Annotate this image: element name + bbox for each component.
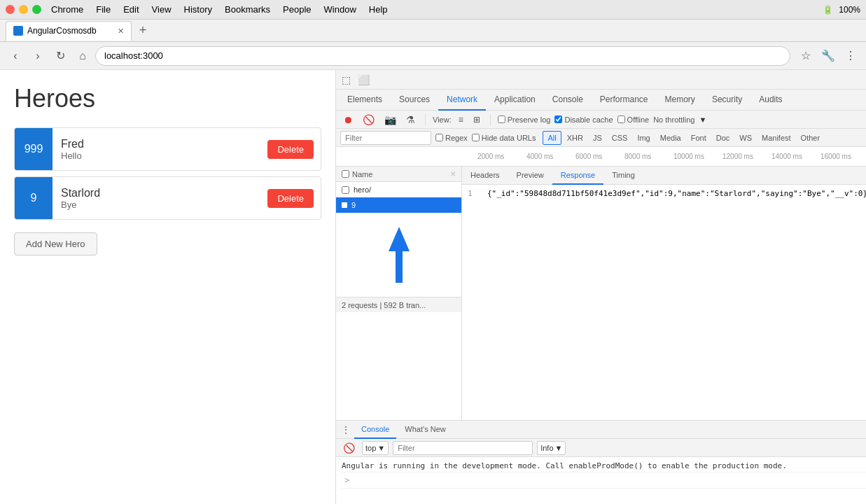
tab-audits[interactable]: Audits [750,90,790,111]
back-button[interactable]: ‹ [6,46,25,66]
home-button[interactable]: ⌂ [73,46,92,66]
delete-button-starlord[interactable]: Delete [267,189,314,208]
network-status-text: 2 requests | 592 B tran... [342,301,426,309]
tab-close-button[interactable]: ✕ [118,27,124,36]
detail-tab-headers[interactable]: Headers [462,167,508,185]
type-all[interactable]: All [543,131,561,145]
preserve-log-checkbox[interactable] [498,115,505,123]
regex-label[interactable]: Regex [435,134,468,142]
browser-tab[interactable]: AngularCosmosdb ✕ [6,21,132,41]
item-checkbox-hero[interactable] [342,186,349,194]
menu-people[interactable]: People [283,4,311,15]
menu-bookmarks[interactable]: Bookmarks [225,4,270,15]
type-xhr[interactable]: XHR [563,131,587,145]
type-doc[interactable]: Doc [712,131,734,145]
console-tab-console[interactable]: Console [354,421,396,439]
menu-edit[interactable]: Edit [123,4,139,15]
menu-help[interactable]: Help [369,4,388,15]
console-tab-whats-new[interactable]: What's New [398,421,452,439]
network-item-9[interactable]: 9 [336,197,461,213]
reload-button[interactable]: ↻ [50,46,70,66]
type-manifest[interactable]: Manifest [757,131,795,145]
disable-cache-text: Disable cache [564,115,613,124]
hide-data-urls-checkbox[interactable] [472,134,480,141]
regex-text: Regex [445,134,468,142]
tab-performance[interactable]: Performance [592,90,657,111]
type-font[interactable]: Font [687,131,711,145]
record-button[interactable]: ⏺ [340,113,356,127]
window-controls[interactable] [6,5,41,14]
clear-button[interactable]: 🚫 [360,113,377,127]
item-name-9: 9 [351,201,356,209]
menu-window[interactable]: Window [324,4,356,15]
devtools-dock-icon[interactable]: ⬚ [339,73,354,87]
tab-memory[interactable]: Memory [657,90,704,111]
menu-view[interactable]: View [152,4,172,15]
timeline-area: 2000 ms 4000 ms 6000 ms 8000 ms 10000 ms… [336,147,866,167]
menu-history[interactable]: History [184,4,212,15]
minimize-button[interactable] [19,5,28,14]
console-clear-icon[interactable]: 🚫 [340,441,358,455]
add-hero-button[interactable]: Add New Hero [14,232,97,255]
devtools-bottom: ⋮ Console What's New 🚫 top ▼ Info ▼ Angu… [336,420,866,504]
close-icon[interactable]: ✕ [450,170,456,178]
type-other[interactable]: Other [797,131,825,145]
view-list-icon[interactable]: ≡ [456,113,466,126]
maximize-button[interactable] [32,5,41,14]
tab-network[interactable]: Network [438,90,486,111]
top-label: top [365,444,376,452]
network-toolbar: ⏺ 🚫 📷 ⚗ View: ≡ ⊞ Preserve log Disable c… [336,111,866,129]
network-list: Name ✕ hero/ 9 2 r [336,167,462,420]
console-menu-icon[interactable]: ⋮ [339,424,353,436]
offline-label[interactable]: Offline [617,115,650,124]
extension-icon[interactable]: 🔧 [818,46,838,66]
type-js[interactable]: JS [589,131,606,145]
console-filter-input[interactable] [393,441,533,455]
menu-chrome[interactable]: Chrome [51,4,83,15]
forward-button[interactable]: › [28,46,48,66]
bookmark-icon[interactable]: ☆ [796,46,816,66]
close-button[interactable] [6,5,15,14]
type-css[interactable]: CSS [608,131,632,145]
type-media[interactable]: Media [656,131,685,145]
detail-tab-preview[interactable]: Preview [508,167,552,185]
camera-button[interactable]: 📷 [382,113,399,127]
address-bar[interactable] [95,46,790,66]
regex-checkbox[interactable] [435,134,443,141]
type-ws[interactable]: WS [735,131,756,145]
devtools-icon[interactable]: ⋮ [841,46,860,66]
response-content: 1 {"_id":"59848d8d711bf50f41e3d9ef","id"… [462,185,866,420]
tm-10000: 10000 ms [672,153,721,160]
filter-input[interactable] [340,131,431,145]
detail-tab-timing[interactable]: Timing [603,167,643,185]
tab-sources[interactable]: Sources [391,90,438,111]
tab-elements[interactable]: Elements [339,90,391,111]
detail-tab-response[interactable]: Response [552,167,604,185]
type-img[interactable]: Img [633,131,654,145]
new-tab-button[interactable]: + [134,22,151,39]
info-dropdown-icon: ▼ [555,444,563,452]
tm-14000: 14000 ms [770,153,819,160]
view-grid-icon[interactable]: ⊞ [470,113,483,126]
info-dropdown[interactable]: Info ▼ [537,441,566,455]
upload-arrow-svg [385,227,413,283]
delete-button-fred[interactable]: Delete [267,140,314,159]
hide-data-urls-label[interactable]: Hide data URLs [472,134,536,142]
tab-application[interactable]: Application [486,90,544,111]
disable-cache-label[interactable]: Disable cache [554,115,613,124]
offline-checkbox[interactable] [617,115,625,123]
tab-security[interactable]: Security [704,90,750,111]
tab-console[interactable]: Console [544,90,592,111]
throttling-dropdown-icon[interactable]: ▼ [699,115,706,124]
disable-cache-checkbox[interactable] [554,115,562,123]
top-dropdown[interactable]: top ▼ [362,441,389,455]
filter-button[interactable]: ⚗ [403,113,418,127]
hero-info-fred: Fred Hello [53,132,267,167]
select-all-checkbox[interactable] [342,170,349,178]
devtools-undock-icon[interactable]: ⬜ [355,73,372,87]
top-dropdown-icon: ▼ [377,444,385,452]
network-item-hero[interactable]: hero/ [336,182,461,197]
menu-file[interactable]: File [96,4,111,15]
preserve-log-label[interactable]: Preserve log [498,115,551,124]
console-message-text: Angular is running in the development mo… [342,461,866,470]
